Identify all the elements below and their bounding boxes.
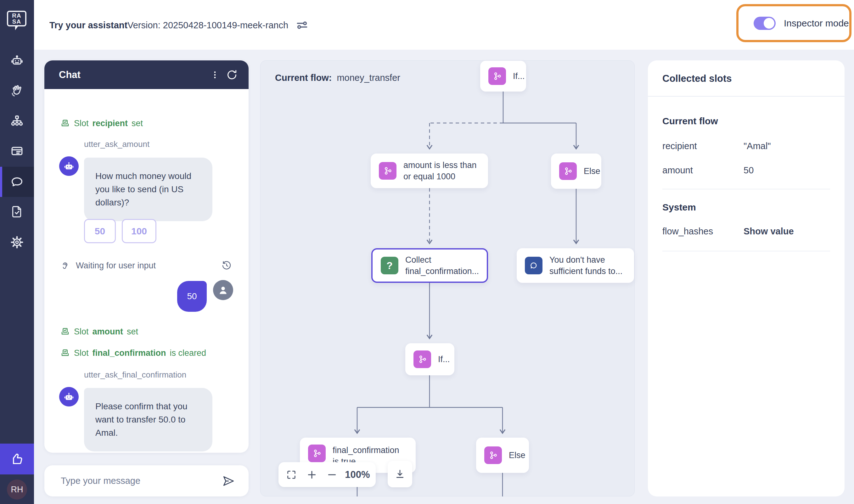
sidebar-item-tests[interactable]	[0, 197, 34, 227]
slot-row-flow-hashes: flow_hashes Show value	[662, 226, 830, 237]
sidebar-item-feedback[interactable]	[0, 444, 34, 474]
zoom-in-button[interactable]	[305, 468, 319, 482]
chat-title: Chat	[59, 69, 207, 80]
condition-icon	[413, 350, 431, 368]
sidebar-item-content[interactable]	[0, 136, 34, 166]
avatar-initials: RH	[11, 485, 23, 494]
slot-event-post: is cleared	[170, 348, 207, 358]
node-label: amount is less than or equal 1000	[404, 160, 480, 182]
slot-key: recipient	[662, 141, 744, 151]
version-label: Version: 20250428-100149-meek-ranch	[127, 20, 288, 31]
user-chat-avatar	[213, 280, 233, 300]
flow-node-if-mid[interactable]: If...	[405, 343, 455, 375]
event-slot-set: Slot recipient set	[60, 118, 143, 128]
flow-node-else-top[interactable]: Else	[551, 154, 601, 189]
logo-line2: SA	[12, 19, 21, 24]
history-button[interactable]	[220, 259, 233, 272]
sliders-icon	[294, 17, 310, 33]
slot-check-icon	[60, 348, 70, 358]
system-section-heading: System	[662, 202, 696, 213]
robot-icon	[10, 53, 24, 68]
sidebar-item-flows[interactable]	[0, 106, 34, 136]
chat-input-bar	[45, 465, 249, 497]
collected-slots-panel: Collected slots Current flow recipient "…	[648, 60, 844, 497]
bot-message: How much money would you like to send (i…	[84, 158, 212, 221]
sidebar: RA SA	[0, 0, 34, 504]
node-label: Collect final_confirmation...	[405, 254, 479, 277]
fit-view-button[interactable]	[284, 468, 299, 482]
slot-row-recipient: recipient "Amal"	[662, 141, 830, 151]
utterance-label: utter_ask_amount	[84, 139, 149, 149]
divider	[662, 251, 830, 251]
flow-node-else-bottom[interactable]: Else	[476, 438, 529, 473]
chat-restart-button[interactable]	[224, 66, 241, 83]
chat-menu-button[interactable]	[207, 66, 224, 83]
zoom-level: 100%	[345, 469, 370, 481]
inspector-mode-label: Inspector mode	[784, 18, 849, 29]
node-label: Else	[509, 450, 526, 461]
condition-icon	[488, 67, 506, 85]
message-bubble-icon	[525, 257, 542, 274]
sidebar-item-assistant[interactable]	[0, 45, 34, 75]
thumbs-up-icon	[10, 452, 24, 466]
slot-row-amount: amount 50	[662, 165, 830, 176]
user-avatar[interactable]: RH	[7, 480, 27, 500]
inspector-mode-toggle[interactable]	[754, 17, 776, 30]
flow-node-collect-final-confirmation[interactable]: ? Collect final_confirmation...	[371, 248, 488, 283]
bot-message: Please confirm that you want to transfer…	[84, 388, 212, 451]
node-label: Else	[584, 165, 600, 177]
condition-icon	[379, 162, 396, 180]
sidebar-item-chat[interactable]	[0, 167, 34, 197]
quick-reply-100-button[interactable]: 100	[122, 219, 156, 243]
robot-avatar-icon	[63, 391, 75, 403]
collect-question-icon: ?	[381, 257, 398, 274]
sidebar-item-greet[interactable]	[0, 75, 34, 106]
rasa-logo-icon[interactable]: RA SA	[7, 11, 27, 32]
topbar: Try your assistant Version: 20250428-100…	[34, 0, 854, 50]
send-button[interactable]	[220, 473, 236, 489]
download-flow-button[interactable]	[388, 461, 412, 487]
slot-event-pre: Slot	[74, 119, 89, 128]
flow-node-amount-condition[interactable]: amount is less than or equal 1000	[371, 154, 488, 188]
condition-icon	[559, 162, 577, 180]
slot-event-post: set	[127, 327, 138, 337]
chat-message-list: Slot recipient set utter_ask_amount How …	[45, 89, 249, 453]
slot-check-icon	[60, 118, 70, 128]
chat-header: Chat	[45, 60, 249, 89]
kebab-menu-icon	[210, 70, 220, 80]
node-label: You don't have sufficient funds to...	[549, 254, 626, 277]
condition-icon	[484, 446, 502, 464]
flow-canvas[interactable]: Current flow: money_transfer	[260, 60, 635, 497]
node-label: If...	[513, 71, 525, 82]
current-flow-section-heading: Current flow	[662, 116, 718, 126]
collected-slots-title: Collected slots	[662, 73, 732, 84]
flow-node-if-top[interactable]: If...	[480, 61, 526, 92]
person-icon	[217, 284, 229, 296]
show-value-link[interactable]: Show value	[744, 226, 794, 237]
filter-settings-button[interactable]	[292, 16, 312, 34]
document-check-icon	[10, 204, 24, 219]
waiting-status-row: Waiting for user input	[60, 259, 233, 272]
node-label: If...	[438, 354, 450, 365]
slot-key: flow_hashes	[662, 226, 744, 237]
refresh-icon	[226, 69, 238, 81]
card-list-icon	[10, 144, 24, 158]
slot-key: amount	[662, 165, 744, 176]
quick-reply-50-button[interactable]: 50	[84, 219, 116, 243]
sidebar-item-settings[interactable]	[0, 227, 34, 257]
slot-event-post: set	[131, 119, 143, 128]
fullscreen-icon	[286, 469, 297, 480]
flow-node-insufficient-funds[interactable]: You don't have sufficient funds to...	[517, 248, 634, 283]
chat-panel: Chat Slot	[45, 60, 249, 453]
divider	[662, 189, 830, 190]
message-input[interactable]	[61, 476, 214, 486]
paper-plane-icon	[221, 474, 235, 488]
inspector-mode-highlight: Inspector mode	[736, 4, 852, 42]
hand-wave-icon	[10, 83, 24, 98]
slot-event-pre: Slot	[74, 348, 89, 358]
zoom-out-button[interactable]	[325, 468, 339, 482]
gear-icon	[10, 235, 24, 250]
minus-icon	[327, 469, 337, 480]
user-message: 50	[177, 281, 207, 312]
slot-event-name: amount	[92, 327, 123, 337]
